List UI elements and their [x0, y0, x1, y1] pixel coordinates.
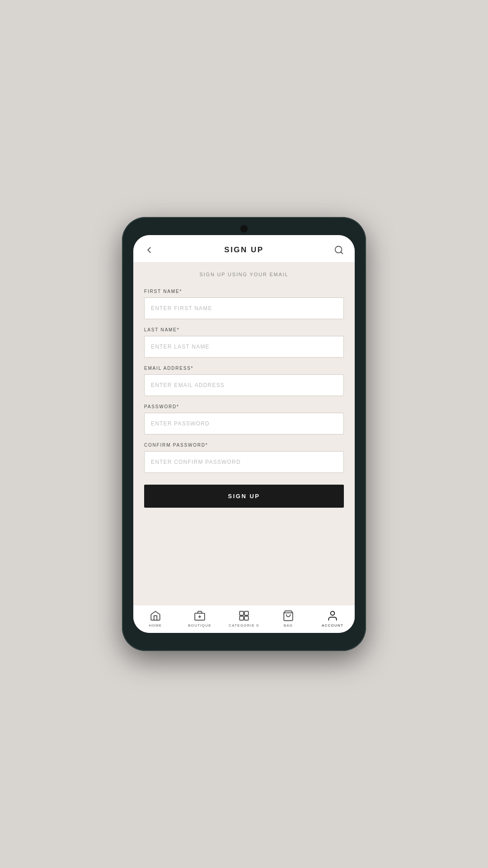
password-input[interactable]: [144, 413, 344, 434]
signup-button[interactable]: SIGN UP: [144, 485, 344, 508]
boutique-icon: [194, 610, 206, 622]
svg-point-10: [331, 611, 335, 615]
email-group: EMAIL ADDRESS*: [144, 366, 344, 396]
confirm-password-group: CONFIRM PASSWORD*: [144, 443, 344, 473]
email-input[interactable]: [144, 374, 344, 396]
phone-notch: [240, 225, 248, 232]
search-button[interactable]: [334, 245, 344, 255]
phone-shell: SIGN UP SIGN UP USING YOUR EMAIL FIRST N…: [122, 217, 366, 651]
nav-bag[interactable]: BAG: [266, 610, 310, 627]
last-name-group: LAST NAME*: [144, 327, 344, 358]
nav-home[interactable]: HOME: [133, 610, 178, 627]
phone-screen: SIGN UP SIGN UP USING YOUR EMAIL FIRST N…: [133, 235, 355, 633]
sub-header: SIGN UP USING YOUR EMAIL: [133, 263, 355, 284]
svg-rect-7: [239, 616, 244, 620]
nav-bag-label: BAG: [284, 623, 293, 627]
nav-boutique-label: BOUTIQUE: [188, 623, 211, 627]
svg-rect-5: [239, 611, 244, 615]
header: SIGN UP: [133, 235, 355, 263]
confirm-password-label: CONFIRM PASSWORD*: [144, 443, 344, 448]
first-name-group: FIRST NAME*: [144, 289, 344, 319]
bag-icon: [282, 610, 294, 622]
confirm-password-input[interactable]: [144, 451, 344, 473]
password-group: PASSWORD*: [144, 404, 344, 434]
nav-categories-label: CATEGORIE S: [229, 623, 259, 627]
last-name-input[interactable]: [144, 336, 344, 358]
password-label: PASSWORD*: [144, 404, 344, 409]
home-icon: [150, 610, 161, 622]
svg-line-1: [341, 252, 343, 254]
email-label: EMAIL ADDRESS*: [144, 366, 344, 371]
account-icon: [327, 610, 338, 622]
last-name-label: LAST NAME*: [144, 327, 344, 332]
sub-header-text: SIGN UP USING YOUR EMAIL: [200, 272, 289, 277]
page-title: SIGN UP: [224, 245, 263, 255]
categories-icon: [238, 610, 250, 622]
nav-categories[interactable]: CATEGORIE S: [222, 610, 266, 627]
svg-rect-6: [244, 611, 249, 615]
nav-account-label: ACCOUNT: [322, 623, 343, 627]
back-button[interactable]: [144, 245, 154, 255]
bottom-nav: HOME BOUTIQUE: [133, 605, 355, 633]
nav-account[interactable]: ACCOUNT: [310, 610, 355, 627]
nav-home-label: HOME: [149, 623, 162, 627]
form-area: FIRST NAME* LAST NAME* EMAIL ADDRESS* PA…: [133, 284, 355, 605]
nav-boutique[interactable]: BOUTIQUE: [178, 610, 222, 627]
first-name-input[interactable]: [144, 297, 344, 319]
first-name-label: FIRST NAME*: [144, 289, 344, 294]
svg-rect-8: [244, 616, 249, 620]
